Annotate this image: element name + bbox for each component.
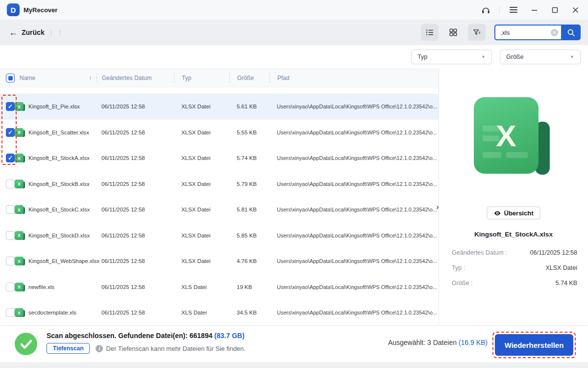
maximize-icon[interactable]: [548, 3, 562, 17]
collapse-panel-chevron[interactable]: ›: [436, 202, 439, 212]
file-size-cell: 5.74 KB: [237, 155, 277, 161]
column-header-path[interactable]: Pfad: [270, 73, 439, 83]
grid-view-button[interactable]: [444, 24, 462, 41]
scan-complete-icon: [15, 333, 37, 357]
deep-scan-hint: Der Tiefenscan kann mehr Dateien für Sie…: [106, 345, 245, 352]
filter-button[interactable]: [468, 24, 486, 41]
row-checkbox[interactable]: ✓: [6, 283, 15, 291]
app-logo-icon: D: [7, 3, 20, 16]
file-list-area: Name ↑ Geändertes Datum Typ Größe Pfad ✓…: [0, 69, 439, 325]
file-path-cell: Users\xinyao\AppData\Local\Kingsoft\WPS …: [277, 155, 439, 161]
preview-file-name: Kingsoft_Et_StockA.xlsx: [439, 231, 588, 238]
file-type-cell: XLSX Datei: [181, 258, 237, 264]
file-date-cell: 06/11/2025 12:58: [101, 284, 181, 290]
navigation-toolbar: ← Zurück | ↑ .xls ✕: [0, 20, 588, 45]
file-type-cell: XLS Datei: [181, 310, 237, 315]
deep-scan-button[interactable]: Tiefenscan: [47, 343, 90, 354]
file-path-cell: Users\xinyao\AppData\Local\Kingsoft\WPS …: [277, 258, 439, 264]
file-size-cell: 5.81 KB: [237, 207, 277, 212]
up-level-button[interactable]: ↑: [58, 27, 62, 37]
table-row[interactable]: ✓ x Kingsoft_Et_Scatter.xlsx 06/11/2025 …: [0, 120, 439, 146]
table-row[interactable]: ✓ x Kingsoft_Et_StockD.xlsx 06/11/2025 1…: [0, 223, 439, 249]
row-checkbox[interactable]: ✓: [6, 257, 15, 265]
file-date-cell: 06/11/2025 12:58: [101, 130, 181, 135]
list-view-button[interactable]: [421, 24, 439, 41]
detail-value: XLSX Datei: [545, 264, 577, 271]
file-date-cell: 06/11/2025 12:58: [101, 104, 181, 109]
table-row[interactable]: ✓ x Kingsoft_Et_StockC.xlsx 06/11/2025 1…: [0, 197, 439, 223]
file-size-cell: 5.61 KB: [237, 104, 277, 109]
selection-summary: Ausgewählt: 3 Dateien (16.9 KB): [388, 339, 488, 346]
file-size-cell: 5.79 KB: [237, 181, 277, 187]
type-filter-dropdown[interactable]: Typ ▼: [411, 50, 492, 64]
search-button[interactable]: [561, 25, 581, 40]
detail-row: Typ : XLSX Datei: [452, 264, 577, 271]
column-header-name[interactable]: Name ↑: [15, 73, 97, 83]
detail-label: Geändertes Datum :: [452, 249, 507, 256]
row-checkbox[interactable]: ✓: [6, 231, 15, 240]
file-date-cell: 06/11/2025 12:58: [101, 155, 181, 161]
file-date-cell: 06/11/2025 12:58: [101, 233, 181, 238]
close-icon[interactable]: [568, 3, 582, 17]
row-checkbox[interactable]: ✓: [6, 102, 15, 111]
table-body: ✓ x Kingsoft_Et_Pie.xlsx 06/11/2025 12:5…: [0, 87, 439, 326]
row-checkbox[interactable]: ✓: [6, 154, 15, 162]
detail-label: Typ :: [452, 264, 465, 271]
info-icon: i: [96, 345, 103, 352]
grid-view-icon: [449, 28, 458, 37]
detail-value: 06/11/2025 12:58: [530, 249, 577, 256]
file-path-cell: Users\xinyao\AppData\Local\Kingsoft\WPS …: [277, 310, 439, 315]
title-bar: D MyRecover: [0, 0, 588, 20]
chevron-down-icon: ▼: [481, 54, 486, 59]
back-label: Zurück: [22, 28, 45, 36]
select-all-checkbox[interactable]: [6, 74, 15, 82]
row-checkbox[interactable]: ✓: [6, 180, 15, 188]
search-bar: .xls ✕: [494, 25, 581, 40]
minimize-icon[interactable]: [527, 3, 541, 17]
file-path-cell: Users\xinyao\AppData\Local\Kingsoft\WPS …: [277, 130, 439, 135]
table-row[interactable]: ✓ x Kingsoft_Et_StockB.xlsx 06/11/2025 1…: [0, 171, 439, 197]
scan-status-text: Scan abgeschlossen. Gefundene Datei(en):…: [47, 332, 245, 340]
type-filter-label: Typ: [417, 53, 427, 60]
size-filter-dropdown[interactable]: Größe ▼: [500, 50, 581, 64]
support-headset-icon[interactable]: [479, 3, 492, 17]
excel-file-icon: x: [15, 231, 24, 240]
file-type-cell: XLSX Datei: [181, 233, 237, 238]
table-row[interactable]: ✓ x secdoctemplate.xls 06/11/2025 12:58 …: [0, 300, 439, 326]
back-button[interactable]: ← Zurück: [9, 28, 45, 37]
file-path-cell: Users\xinyao\AppData\Local\Kingsoft\WPS …: [277, 181, 439, 187]
table-row[interactable]: ✓ x newfile.xls 06/11/2025 12:58 XLS Dat…: [0, 274, 439, 300]
row-checkbox[interactable]: ✓: [6, 205, 15, 214]
column-header-type[interactable]: Typ: [174, 73, 229, 83]
column-header-size[interactable]: Größe: [229, 73, 270, 83]
search-input[interactable]: .xls ✕: [494, 25, 561, 40]
file-type-cell: XLSX Datei: [181, 130, 237, 135]
file-size-cell: 19 KB: [237, 284, 277, 290]
file-size-cell: 5.55 KB: [237, 130, 277, 135]
overview-button[interactable]: Übersicht: [487, 207, 540, 219]
excel-file-icon: x: [15, 180, 24, 188]
file-size-cell: 5.85 KB: [237, 233, 277, 238]
recover-button[interactable]: Wiederherstellen: [495, 334, 573, 356]
column-header-date[interactable]: Geändertes Datum: [97, 73, 174, 83]
window-bottom-strip: [0, 362, 588, 368]
menu-icon[interactable]: [507, 3, 520, 17]
search-icon: [567, 28, 575, 37]
row-checkbox[interactable]: ✓: [6, 128, 15, 137]
file-date-cell: 06/11/2025 12:58: [101, 310, 181, 315]
file-name-cell: Kingsoft_Et_Scatter.xlsx: [28, 130, 101, 135]
preview-details: Geändertes Datum : 06/11/2025 12:58 Typ …: [452, 249, 577, 295]
filter-icon: [472, 28, 481, 37]
row-checkbox[interactable]: ✓: [6, 308, 15, 317]
app-title: MyRecover: [24, 6, 57, 14]
preview-panel: X Übersicht Kingsoft_Et_StockA.xlsx Geän…: [439, 69, 588, 325]
list-view-icon: [425, 28, 434, 37]
table-row[interactable]: ✓ x Kingsoft_Et_Pie.xlsx 06/11/2025 12:5…: [0, 94, 439, 120]
table-header: Name ↑ Geändertes Datum Typ Größe Pfad: [0, 69, 439, 87]
clear-search-icon[interactable]: ✕: [551, 29, 558, 36]
back-arrow-icon: ←: [9, 28, 18, 37]
file-name-cell: Kingsoft_Et_StockC.xlsx: [28, 207, 101, 212]
table-row[interactable]: ✓ x Kingsoft_Et_StockA.xlsx 06/11/2025 1…: [0, 145, 439, 171]
file-name-cell: newfile.xls: [28, 284, 101, 290]
table-row[interactable]: ✓ x Kingsoft_Et_WebShape.xlsx 06/11/2025…: [0, 248, 439, 274]
